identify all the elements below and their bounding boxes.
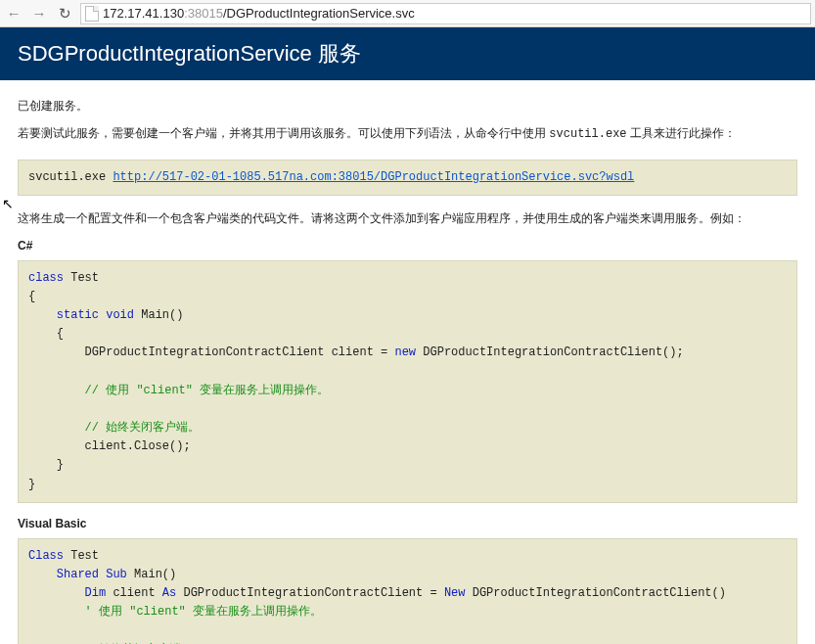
vb-kw: Sub	[99, 568, 127, 581]
vb-kw: As	[162, 586, 176, 600]
cs-kw: class	[28, 271, 64, 285]
vb-kw: Class	[28, 549, 64, 563]
reload-button[interactable]: ↻	[55, 4, 74, 23]
address-bar[interactable]: 172.17.41.130:38015/DGProductIntegration…	[80, 3, 811, 24]
csharp-code-box: class Test { static void Main() { DGProd…	[18, 260, 797, 503]
cs-txt: Test	[64, 271, 99, 285]
vb-label: Visual Basic	[18, 517, 797, 530]
page-content: 已创建服务。 若要测试此服务，需要创建一个客户端，并将其用于调用该服务。可以使用…	[0, 80, 815, 644]
test-instructions: 若要测试此服务，需要创建一个客户端，并将其用于调用该服务。可以使用下列语法，从命…	[18, 124, 797, 144]
forward-button[interactable]: →	[29, 4, 49, 23]
cs-txt: }	[28, 478, 35, 491]
svcutil-cmd-prefix: svcutil.exe	[28, 170, 113, 184]
vb-txt: DGProductIntegrationContractClient =	[176, 586, 444, 600]
vb-code-box: Class Test Shared Sub Main() Dim client …	[18, 538, 797, 644]
test-intro-prefix: 若要测试此服务，需要创建一个客户端，并将其用于调用该服务。可以使用下列语法，从命…	[18, 126, 549, 140]
service-created-text: 已创建服务。	[18, 98, 797, 115]
cs-kw: new	[394, 345, 416, 359]
page-icon	[85, 6, 99, 22]
cs-txt: DGProductIntegrationContractClient();	[416, 345, 684, 359]
svcutil-command-box: svcutil.exe http://517-02-01-1085.517na.…	[18, 160, 797, 196]
back-button[interactable]: ←	[4, 4, 23, 23]
vb-txt: client	[106, 586, 162, 600]
svcutil-name: svcutil.exe	[549, 127, 626, 141]
cs-txt: {	[28, 290, 35, 303]
cs-txt: client.Close();	[28, 439, 191, 453]
url-port: :38015	[184, 6, 223, 21]
test-intro-suffix: 工具来进行此操作：	[627, 126, 736, 140]
wsdl-link[interactable]: http://517-02-01-1085.517na.com:38015/DG…	[113, 170, 634, 184]
cs-kw: void	[99, 308, 134, 322]
cs-comment: // 始终关闭客户端。	[28, 421, 200, 435]
url-path: /DGProductIntegrationService.svc	[223, 6, 415, 21]
url-host: 172.17.41.130	[103, 6, 184, 21]
browser-toolbar: ← → ↻ 172.17.41.130:38015/DGProductInteg…	[0, 0, 815, 27]
vb-comment: ' 使用 "client" 变量在服务上调用操作。	[28, 605, 322, 619]
csharp-label: C#	[18, 239, 797, 253]
vb-kw: Dim	[28, 586, 106, 600]
cs-txt: DGProductIntegrationContractClient clien…	[28, 345, 394, 359]
cs-txt: }	[28, 458, 64, 472]
cs-txt: {	[28, 327, 64, 341]
cursor-icon: ↖	[2, 196, 14, 211]
vb-txt: Main()	[127, 568, 176, 581]
vb-txt: Test	[64, 549, 99, 563]
page-title: SDGProductIntegrationService 服务	[0, 27, 815, 80]
generated-files-text: 这将生成一个配置文件和一个包含客户端类的代码文件。请将这两个文件添加到客户端应用…	[18, 209, 797, 228]
vb-kw: New	[444, 586, 466, 600]
cs-comment: // 使用 "client" 变量在服务上调用操作。	[28, 384, 329, 397]
cs-txt: Main()	[134, 308, 183, 322]
cs-kw: static	[28, 308, 99, 322]
vb-kw: Shared	[28, 568, 99, 581]
vb-txt: DGProductIntegrationContractClient()	[466, 586, 726, 600]
